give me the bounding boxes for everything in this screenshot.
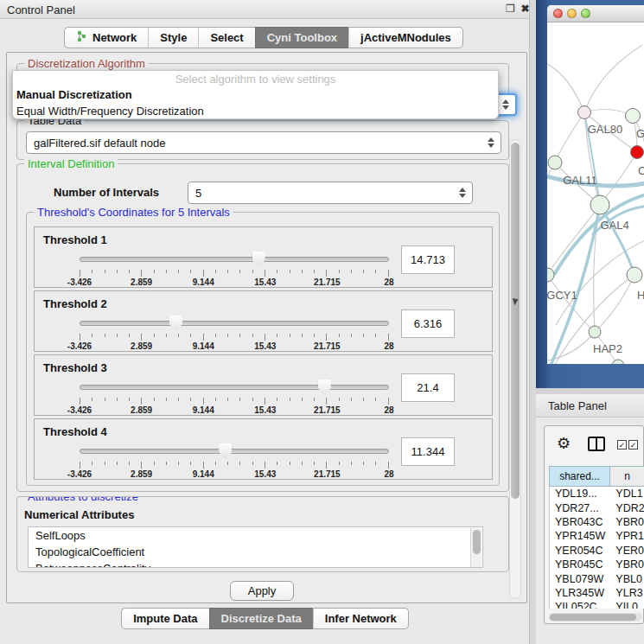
network-edge[interactable] <box>555 112 584 163</box>
table-cell[interactable]: YBL0 <box>610 571 644 585</box>
dropdown-item-equal-width-frequency-discretization[interactable]: Equal Width/Frequency Discretization <box>13 103 498 119</box>
attribute-list-item[interactable]: BetweennessCentrality <box>29 560 482 568</box>
traffic-light-close-icon[interactable] <box>553 9 563 18</box>
gear-icon[interactable]: ⚙ <box>557 436 571 451</box>
tab-style[interactable]: Style <box>148 27 198 48</box>
threshold-value-field[interactable]: 11.344 <box>401 437 455 466</box>
table-row[interactable]: YLR345WYLR3 <box>550 586 644 600</box>
table-cell[interactable]: YBR0 <box>610 558 644 571</box>
checkbox-icon[interactable]: ✓ <box>617 440 627 450</box>
slider-track[interactable] <box>80 385 389 390</box>
tab-network[interactable]: Network <box>64 27 148 48</box>
network-node[interactable] <box>631 146 644 159</box>
network-node-h[interactable] <box>627 267 642 283</box>
table-panel-titlebar: Table Panel <box>536 394 644 418</box>
network-edge[interactable] <box>547 61 584 112</box>
threshold-value-field[interactable]: 14.713 <box>401 245 455 274</box>
table-horizontal-scrollbar[interactable] <box>549 613 642 622</box>
tab-jactivemnodules[interactable]: jActiveMNodules <box>348 27 463 48</box>
network-edge[interactable] <box>547 275 595 332</box>
tab-infer-network[interactable]: Infer Network <box>313 608 409 629</box>
slider-track[interactable] <box>80 257 389 262</box>
table-cell[interactable]: YER054C <box>550 544 610 558</box>
table-cell[interactable]: YDR2 <box>610 501 644 514</box>
network-node[interactable] <box>626 109 641 124</box>
dropdown-item-manual-discretization[interactable]: Manual Discretization <box>13 86 498 103</box>
table-cell[interactable]: YIL052C <box>550 600 610 609</box>
slider-thumb[interactable] <box>252 252 265 267</box>
table-cell[interactable]: YIL0 <box>610 600 644 609</box>
threshold-slider[interactable]: -3.4262.8599.14415.4321.71528 <box>80 379 389 414</box>
cyni-bottom-tabs: Impute DataDiscretize DataInfer Network <box>0 608 530 629</box>
table-cell[interactable]: YBR045C <box>550 558 610 571</box>
network-node[interactable] <box>612 360 624 364</box>
checkbox-icon[interactable]: ✓ <box>628 440 638 450</box>
table-data-combobox[interactable]: galFiltered.sif default node <box>26 131 501 154</box>
close-window-icon[interactable]: ✖ <box>519 3 532 16</box>
slider-track[interactable] <box>80 321 389 326</box>
threshold-value-field[interactable]: 21.4 <box>401 373 455 402</box>
slider-thumb[interactable] <box>219 443 232 459</box>
slider-track[interactable] <box>80 449 389 454</box>
float-window-icon[interactable]: ❐ <box>504 3 517 16</box>
threshold-slider[interactable]: -3.4262.8599.14415.4321.71528 <box>80 316 389 350</box>
table-row[interactable]: YDL19...YDL1 <box>550 487 644 501</box>
table-cell[interactable]: YPR1 <box>610 529 644 543</box>
network-node-gal11[interactable] <box>548 156 562 169</box>
tab-label: Select <box>210 31 243 44</box>
traffic-light-minimize-icon[interactable] <box>567 9 577 18</box>
table-cell[interactable]: YLR3 <box>610 586 644 600</box>
network-node-gal4[interactable] <box>590 195 609 214</box>
columns-layout-icon[interactable] <box>588 437 605 451</box>
network-edge[interactable] <box>547 205 600 364</box>
table-row[interactable]: YPR145WYPR1 <box>550 529 644 543</box>
node-label-h: H <box>637 289 644 302</box>
table-row[interactable]: YDR27...YDR2 <box>550 501 644 514</box>
node-label-gal80: GAL80 <box>588 123 622 136</box>
column-header-shared[interactable]: shared... <box>549 466 610 487</box>
tab-discretize-data[interactable]: Discretize Data <box>209 608 313 629</box>
table-row[interactable]: YBL079WYBL0 <box>550 571 644 585</box>
tab-select[interactable]: Select <box>198 27 254 48</box>
tab-label: Impute Data <box>133 612 197 625</box>
table-cell[interactable]: YER0 <box>610 544 644 558</box>
network-node-gcy1[interactable] <box>547 268 554 282</box>
table-cell[interactable]: YBR0 <box>610 515 644 529</box>
table-cell[interactable]: YDR27... <box>550 501 610 514</box>
slider-thumb[interactable] <box>169 316 182 331</box>
table-data-combobox-value: galFiltered.sif default node <box>34 137 165 150</box>
tab-label: Infer Network <box>325 612 397 625</box>
table-cell[interactable]: YBL079W <box>550 571 610 585</box>
table-row[interactable]: YBR045CYBR0 <box>550 558 644 571</box>
column-header-n[interactable]: n <box>610 466 644 487</box>
threshold-slider[interactable]: -3.4262.8599.14415.4321.71528 <box>80 252 389 286</box>
tab-cyni-toolbox[interactable]: Cyni Toolbox <box>255 27 348 48</box>
threshold-value-field[interactable]: 6.316 <box>401 309 455 338</box>
attribute-list-item[interactable]: TopologicalCoefficient <box>29 544 482 560</box>
network-node-gal80[interactable] <box>578 106 591 119</box>
apply-button[interactable]: Apply <box>230 581 294 601</box>
tab-label: Cyni Toolbox <box>267 31 337 44</box>
numerical-attributes-list[interactable]: SelfLoopsTopologicalCoefficientBetweenne… <box>28 526 483 568</box>
table-cell[interactable]: YLR345W <box>550 586 610 600</box>
slider-thumb[interactable] <box>318 379 331 395</box>
table-row[interactable]: YBR043CYBR0 <box>550 515 644 529</box>
threshold-slider[interactable]: -3.4262.8599.14415.4321.71528 <box>80 443 389 478</box>
network-node-hap2[interactable] <box>589 326 601 338</box>
table-row[interactable]: YIL052CYIL0 <box>550 600 644 609</box>
panel-scrollbar[interactable] <box>509 139 521 599</box>
attributes-list-scrollbar[interactable] <box>470 528 481 568</box>
table-cell[interactable]: YBR043C <box>550 515 610 529</box>
network-canvas[interactable]: GAL80GACGAL11GAL4GCY1HHAP2 <box>547 22 644 364</box>
cyni-toolbox-panel: Discretization Algorithm Table Data galF… <box>6 52 527 603</box>
table-cell[interactable]: YDL1 <box>610 487 644 501</box>
attribute-list-item[interactable]: SelfLoops <box>29 527 482 544</box>
tab-impute-data[interactable]: Impute Data <box>121 608 208 629</box>
network-edge[interactable] <box>584 45 642 112</box>
table-cell[interactable]: YDL19... <box>550 487 610 501</box>
traffic-light-zoom-icon[interactable] <box>581 9 590 18</box>
slider-tick-labels: -3.4262.8599.14415.4321.71528 <box>80 405 389 416</box>
number-of-intervals-combobox[interactable]: 5 <box>188 182 473 204</box>
table-row[interactable]: YER054CYER0 <box>550 544 644 558</box>
table-cell[interactable]: YPR145W <box>550 529 610 543</box>
